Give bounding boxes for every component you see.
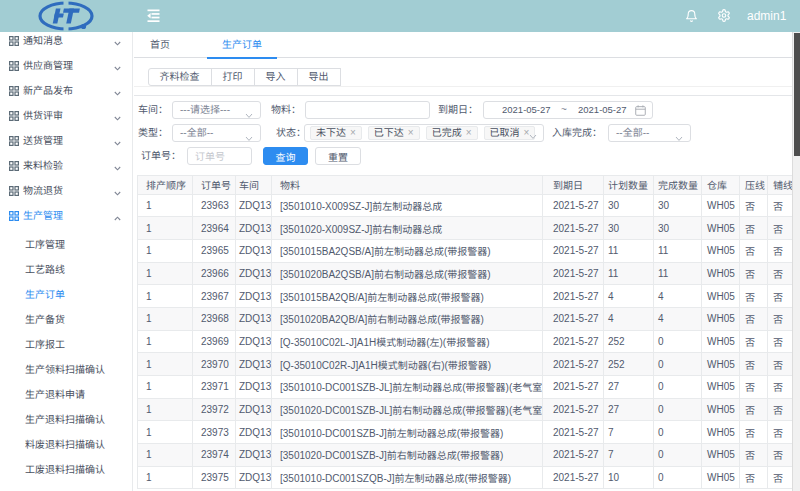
tab[interactable]: 生产订单 <box>207 32 277 58</box>
cell-warehouse: WH05 <box>702 262 740 285</box>
sidebar-item[interactable]: 通知消息 <box>0 32 132 57</box>
cell-workshop: ZDQ13 <box>236 262 272 285</box>
sidebar-item[interactable]: 送货管理 <box>0 132 132 157</box>
material-input[interactable] <box>305 101 430 119</box>
vertical-scrollbar[interactable] <box>792 32 800 491</box>
grid-icon <box>9 211 19 223</box>
sidebar-subitem[interactable]: 生产退料申请 <box>0 386 132 411</box>
table-row[interactable]: 1 23975 ZDQ13 [3501010-DC001SZQB-J]前左制动器… <box>138 466 800 489</box>
cell-workshop: ZDQ13 <box>236 239 272 262</box>
reset-button[interactable]: 重置 <box>315 147 361 165</box>
toolbar-button[interactable]: 打印 <box>211 68 255 86</box>
sidebar-subitem[interactable]: 工序管理 <box>0 236 132 261</box>
sidebar-item-label: 送货管理 <box>23 132 63 149</box>
cell-material: [3501010-DC001SZQB-J]前左制动器总成(带报警器) <box>272 466 543 489</box>
cell-warehouse: WH05 <box>702 307 740 330</box>
bell-icon[interactable] <box>685 9 698 23</box>
cell-planned-qty: 252 <box>604 353 654 376</box>
status-tag: 已完成 × <box>426 126 478 140</box>
cell-completed-qty: 30 <box>654 217 702 240</box>
cell-pressline: 否 <box>740 376 768 399</box>
cell-pressline: 否 <box>740 285 768 308</box>
table-header-row: 排产顺序 订单号 车间 物料 到期日 计划数量 完成数量 仓库 压线 铺线 <box>138 175 800 194</box>
sidebar-subitem[interactable]: 料废退料扫描确认 <box>0 436 132 461</box>
cell-pressline: 否 <box>740 194 768 217</box>
tag-close-icon[interactable]: × <box>466 127 472 139</box>
cell-order-no: 23971 <box>193 376 236 399</box>
cell-material: [3501020BA2QSB/A]前右制动器总成(带报警器) <box>272 262 543 285</box>
toolbar-button[interactable]: 导出 <box>297 68 341 86</box>
cell-material: [3501020-DC001SZB-JL]前右制动器总成(带报警器)(老气室) <box>272 398 543 421</box>
sidebar-item-label: 供货评审 <box>23 107 63 124</box>
table-row[interactable]: 1 23971 ZDQ13 [3501010-DC001SZB-JL]前左制动器… <box>138 376 800 399</box>
table-row[interactable]: 1 23969 ZDQ13 [Q-35010C02L-J]A1H模式制动器(左)… <box>138 330 800 353</box>
toolbar-button[interactable]: 齐料检查 <box>148 68 212 86</box>
inbound-select[interactable]: --全部-- <box>608 124 691 142</box>
sidebar-item[interactable]: 物流退货 <box>0 182 132 207</box>
sidebar-item[interactable]: 供货评审 <box>0 107 132 132</box>
due-date-end: 2021-05-27 <box>578 102 627 118</box>
sidebar-subitem-label: 生产领料扫描确认 <box>25 361 105 378</box>
cell-pressline: 否 <box>740 307 768 330</box>
sidebar-item[interactable]: 来料检验 <box>0 157 132 182</box>
table-row[interactable]: 1 23970 ZDQ13 [Q-35010C02R-J]A1H模式制动器(右)… <box>138 353 800 376</box>
orders-table: 排产顺序 订单号 车间 物料 到期日 计划数量 完成数量 仓库 压线 铺线 1 … <box>137 175 800 490</box>
menu-fold-icon[interactable] <box>147 9 160 23</box>
sidebar-item[interactable]: 新产品发布 <box>0 82 132 107</box>
search-button[interactable]: 查询 <box>263 147 308 165</box>
tag-close-icon[interactable]: × <box>408 127 414 139</box>
sidebar-subitem[interactable]: 生产订单 <box>0 286 132 311</box>
order-no-input[interactable] <box>187 147 252 165</box>
table-row[interactable]: 1 23967 ZDQ13 [3501015BA2QB/A]前左制动器总成(带报… <box>138 285 800 308</box>
sidebar-item[interactable]: 生产管理 <box>0 207 132 232</box>
table-row[interactable]: 1 23974 ZDQ13 [3501020-DC001SZB-J]前右制动器总… <box>138 444 800 467</box>
cell-order-no: 23966 <box>193 262 236 285</box>
cell-order-no: 23974 <box>193 444 236 467</box>
tag-close-icon[interactable]: × <box>350 127 356 139</box>
sidebar-subitem[interactable]: 工艺路线 <box>0 261 132 286</box>
table-row[interactable]: 1 23964 ZDQ13 [3501020-X009SZ-J]前右制动器总成 … <box>138 217 800 240</box>
cell-warehouse: WH05 <box>702 421 740 444</box>
scrollbar-thumb[interactable] <box>794 33 800 156</box>
status-multiselect[interactable]: 未下达 × 已下达 × 已完成 × 已取消 × <box>304 124 544 142</box>
cell-planned-qty: 252 <box>604 330 654 353</box>
gear-icon[interactable] <box>717 8 731 23</box>
table-row[interactable]: 1 23966 ZDQ13 [3501020BA2QSB/A]前右制动器总成(带… <box>138 262 800 285</box>
table-row[interactable]: 1 23968 ZDQ13 [3501020BA2QB/A]前右制动器总成(带报… <box>138 307 800 330</box>
cell-warehouse: WH05 <box>702 217 740 240</box>
sidebar-subitem[interactable]: 工序报工 <box>0 336 132 361</box>
toolbar-button[interactable]: 导入 <box>254 68 298 86</box>
cell-planned-qty: 7 <box>604 421 654 444</box>
cell-planned-qty: 4 <box>604 307 654 330</box>
cell-order-no: 23968 <box>193 307 236 330</box>
grid-icon <box>9 36 19 48</box>
cell-warehouse: WH05 <box>702 239 740 262</box>
cell-pressline: 否 <box>740 444 768 467</box>
chevron-down-icon <box>675 131 683 147</box>
cell-pressline: 否 <box>740 398 768 421</box>
workshop-select[interactable]: ---请选择--- <box>172 101 261 119</box>
due-date-range-picker[interactable]: 2021-05-27 ~ 2021-05-27 <box>483 101 653 119</box>
tab[interactable]: 首页 <box>135 32 185 58</box>
table-row[interactable]: 1 23965 ZDQ13 [3501015BA2QSB/A]前左制动器总成(带… <box>138 239 800 262</box>
divider <box>134 86 800 87</box>
type-select[interactable]: --全部-- <box>172 124 261 142</box>
cell-workshop: ZDQ13 <box>236 398 272 421</box>
user-name[interactable]: admin1 <box>747 0 786 32</box>
sidebar-subitem[interactable]: 生产备货 <box>0 311 132 336</box>
tab-label: 生产订单 <box>222 39 262 50</box>
sidebar-item[interactable]: 供应商管理 <box>0 57 132 82</box>
table-row[interactable]: 1 23963 ZDQ13 [3501010-X009SZ-J]前左制动器总成 … <box>138 194 800 217</box>
table-row[interactable]: 1 23972 ZDQ13 [3501020-DC001SZB-JL]前右制动器… <box>138 398 800 421</box>
cell-workshop: ZDQ13 <box>236 194 272 217</box>
sidebar-subitem-label: 生产订单 <box>25 286 65 303</box>
sidebar-subitem[interactable]: 生产领料扫描确认 <box>0 361 132 386</box>
cell-seq: 1 <box>138 466 193 489</box>
cell-planned-qty: 4 <box>604 285 654 308</box>
sidebar-subitem-label: 工序报工 <box>25 336 65 353</box>
cell-due-date: 2021-5-27 <box>543 217 604 240</box>
toolbar: 齐料检查打印导入导出 <box>148 68 341 86</box>
sidebar-subitem[interactable]: 生产退料扫描确认 <box>0 411 132 436</box>
sidebar-subitem[interactable]: 工废退料扫描确认 <box>0 461 132 486</box>
table-row[interactable]: 1 23973 ZDQ13 [3501010-DC001SZB-J]前左制动器总… <box>138 421 800 444</box>
